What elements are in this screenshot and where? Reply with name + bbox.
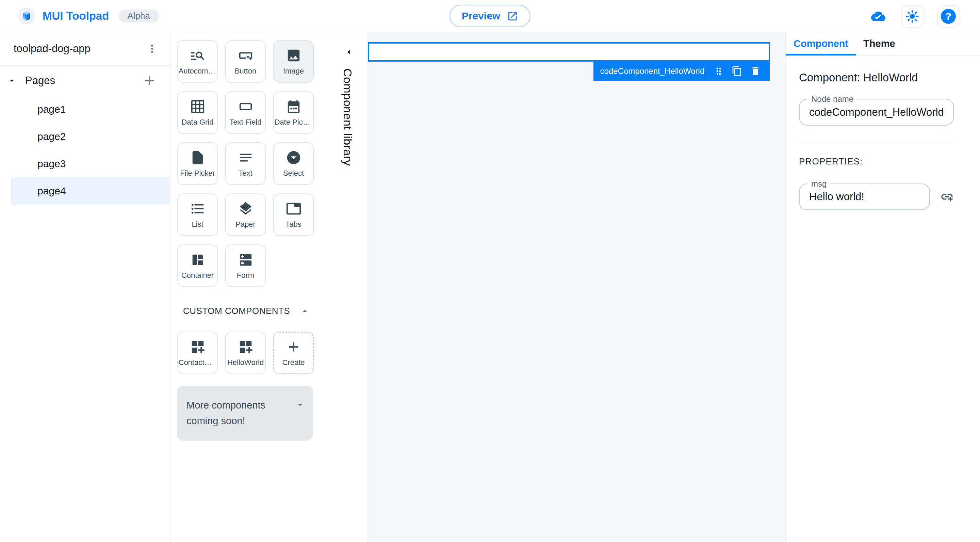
node-name-input[interactable] — [809, 106, 943, 118]
component-card-label: Text Field — [229, 118, 261, 127]
manage-search-icon — [190, 48, 205, 63]
component-library-panel: Autocomplete Button Image Data Grid Text… — [170, 32, 368, 542]
sidebar-item-page2[interactable]: page2 — [0, 123, 170, 150]
component-library-vertical-label: Component library — [341, 69, 354, 166]
chevron-down-icon[interactable] — [7, 76, 17, 86]
duplicate-node-button[interactable] — [730, 64, 745, 79]
app-name-row: toolpad-dog-app — [0, 32, 170, 66]
app-menu-button[interactable] — [143, 40, 161, 57]
tab-component[interactable]: Component — [786, 32, 856, 55]
component-card-label: Select — [283, 169, 304, 178]
app-name: toolpad-dog-app — [14, 43, 143, 55]
selected-node-label: codeComponent_HelloWorld — [600, 66, 705, 76]
component-card-label: Tabs — [285, 220, 301, 229]
add-page-button[interactable] — [141, 73, 158, 89]
list-icon — [190, 201, 205, 217]
properties-heading: PROPERTIES: — [799, 156, 966, 167]
app-title: MUI Toolpad — [43, 10, 109, 22]
toolpad-logo[interactable] — [18, 8, 35, 24]
create-card-label: Create — [282, 358, 305, 367]
component-card-label: Form — [237, 271, 254, 280]
collapse-library-button[interactable] — [343, 47, 354, 59]
image-icon — [286, 48, 301, 63]
header-actions — [869, 0, 959, 32]
bind-property-button[interactable] — [938, 188, 956, 206]
component-card-label: Date Picker — [275, 118, 313, 127]
tab-theme[interactable]: Theme — [856, 32, 902, 55]
plus-icon — [142, 73, 157, 88]
sidebar-item-page1[interactable]: page1 — [0, 96, 170, 123]
node-name-field[interactable]: Node name — [799, 99, 954, 126]
preview-button[interactable]: Preview — [450, 5, 530, 27]
inspector-panel: Component Theme Component: HelloWorld No… — [785, 32, 980, 542]
component-card-file-picker[interactable]: File Picker — [177, 142, 218, 185]
inspector-tabs: Component Theme — [786, 32, 980, 56]
delete-node-button[interactable] — [748, 64, 763, 79]
component-card-label: Container — [181, 271, 214, 280]
component-grid: Autocomplete Button Image Data Grid Text… — [170, 32, 368, 287]
component-card-container[interactable]: Container — [177, 244, 218, 287]
add-link-icon — [940, 190, 954, 204]
preview-button-label: Preview — [462, 10, 500, 22]
editor-canvas[interactable]: codeComponent_HelloWorld — [368, 32, 785, 542]
component-card-text[interactable]: Text — [225, 142, 266, 185]
help-icon — [941, 9, 956, 24]
app-header: MUI Toolpad Alpha Preview — [0, 0, 980, 32]
container-icon — [190, 252, 205, 268]
chevron-down-icon — [295, 399, 305, 410]
form-rows-icon — [238, 252, 253, 268]
toolpad-logo-icon — [19, 8, 34, 24]
pages-section-header: Pages — [0, 70, 170, 92]
tab-icon — [286, 201, 301, 217]
msg-field[interactable]: msg — [799, 183, 930, 210]
component-card-autocomplete[interactable]: Autocomplete — [177, 40, 218, 83]
component-card-date-picker[interactable]: Date Picker — [273, 91, 314, 134]
light-mode-icon — [905, 9, 920, 24]
drag-indicator-icon — [713, 66, 724, 77]
component-card-contactsta[interactable]: ContactSta… — [177, 332, 218, 374]
dropdown-circle-icon — [286, 150, 301, 166]
component-card-label: File Picker — [180, 169, 215, 178]
node-name-label: Node name — [808, 94, 857, 104]
layers-icon — [238, 201, 253, 217]
pages-section-label: Pages — [25, 75, 141, 87]
selected-node-chip[interactable]: codeComponent_HelloWorld — [593, 62, 770, 81]
custom-components-grid: ContactSta… HelloWorld Create — [170, 324, 368, 374]
plus-icon — [286, 339, 301, 355]
component-card-label: Image — [283, 67, 304, 76]
component-card-button[interactable]: Button — [225, 40, 266, 83]
msg-input[interactable] — [809, 191, 920, 203]
arrow-left-icon — [343, 47, 354, 57]
notes-icon — [238, 150, 253, 166]
dashboard-customize-icon — [190, 339, 205, 355]
component-card-label: Button — [235, 67, 256, 76]
component-card-paper[interactable]: Paper — [225, 193, 266, 236]
more-vert-icon — [146, 43, 158, 55]
component-card-data-grid[interactable]: Data Grid — [177, 91, 218, 134]
upload-file-icon — [190, 150, 205, 166]
component-card-image[interactable]: Image — [273, 40, 314, 83]
more-components-box[interactable]: More components coming soon! — [177, 386, 313, 440]
component-card-label: Paper — [235, 220, 256, 229]
drag-handle[interactable] — [711, 64, 726, 79]
copy-icon — [732, 66, 743, 77]
theme-toggle-button[interactable] — [901, 5, 924, 27]
sidebar-item-page4[interactable]: page4 — [11, 177, 170, 205]
component-card-select[interactable]: Select — [273, 142, 314, 185]
more-components-text: More components coming soon! — [186, 397, 294, 429]
grid-icon — [190, 99, 205, 115]
component-card-helloworld[interactable]: HelloWorld — [225, 332, 266, 374]
sidebar-item-page3[interactable]: page3 — [0, 150, 170, 177]
cloud-done-icon[interactable] — [869, 9, 888, 24]
component-card-list[interactable]: List — [177, 193, 218, 236]
custom-components-header[interactable]: CUSTOM COMPONENTS — [183, 306, 310, 316]
calendar-icon — [286, 99, 301, 115]
explorer-sidebar: toolpad-dog-app Pages page1 page2 page3 … — [0, 32, 170, 542]
create-component-card[interactable]: Create — [273, 332, 314, 374]
help-button[interactable] — [937, 5, 959, 27]
component-card-label: Text — [239, 169, 252, 178]
component-card-form[interactable]: Form — [225, 244, 266, 287]
component-card-text-field[interactable]: Text Field — [225, 91, 266, 134]
selected-component-outline[interactable] — [368, 42, 770, 62]
component-card-tabs[interactable]: Tabs — [273, 193, 314, 236]
